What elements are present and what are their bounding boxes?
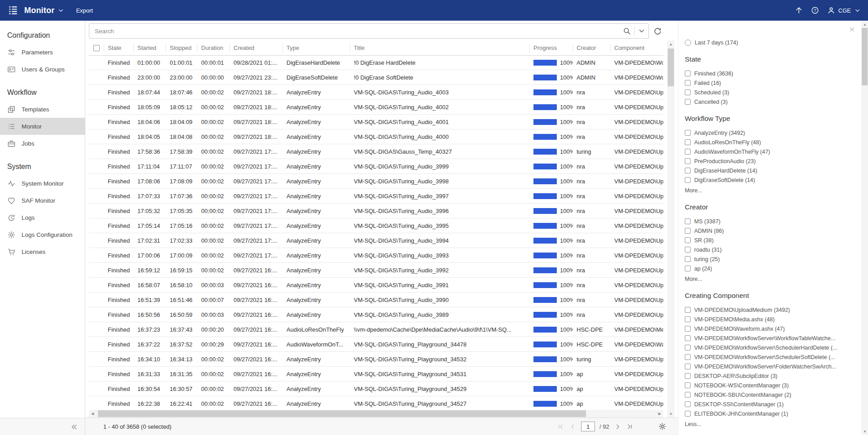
scroll-left-icon[interactable]: ◀	[89, 410, 96, 417]
sidebar-item-system-monitor[interactable]: System Monitor	[0, 175, 85, 192]
table-row[interactable]: Finished 01:00:00 01:00:01 00:00:01 09/2…	[89, 55, 663, 70]
table-row[interactable]: Finished 17:58:36 17:58:39 00:00:02 09/2…	[89, 144, 663, 159]
search-icon[interactable]	[623, 27, 631, 35]
scroll-down-icon[interactable]: ▼	[861, 428, 868, 435]
filter-option[interactable]: NOTEBOOK-WS\ContentManager (3)	[685, 381, 850, 390]
filter-option[interactable]: DigEraseSoftDelete (14)	[685, 175, 850, 185]
table-row[interactable]: Finished 17:11:04 17:11:07 00:00:02 09/2…	[89, 159, 663, 174]
table-row[interactable]: Finished 16:59:12 16:59:15 00:00:02 09/2…	[89, 263, 663, 278]
refresh-icon[interactable]	[653, 27, 662, 36]
filter-more-link[interactable]: More...	[685, 274, 850, 284]
table-row[interactable]: Finished 16:37:23 16:37:43 00:00:20 09/2…	[89, 322, 663, 337]
filter-option[interactable]: turing (25)	[685, 254, 850, 264]
filter-option[interactable]: VM-DPEDEMO\WorkflowServer\WorkflowTableW…	[685, 333, 850, 343]
sidebar-item-templates[interactable]: Templates	[0, 101, 85, 118]
table-row[interactable]: Finished 18:05:09 18:05:12 00:00:02 09/2…	[89, 100, 663, 115]
table-horizontal-scrollbar[interactable]: ◀ ▶	[89, 410, 663, 417]
column-header-title[interactable]: Title	[350, 44, 530, 52]
table-row[interactable]: Finished 18:04:05 18:04:08 00:00:02 09/2…	[89, 129, 663, 144]
scroll-up-icon[interactable]: ▲	[861, 21, 868, 28]
sidebar-item-logs-configuration[interactable]: Logs Configuration	[0, 226, 85, 243]
table-row[interactable]: Finished 17:02:31 17:02:33 00:00:02 09/2…	[89, 233, 663, 248]
column-header-started[interactable]: Started	[134, 44, 166, 52]
table-row[interactable]: Finished 17:00:06 17:00:09 00:00:02 09/2…	[89, 248, 663, 263]
table-row[interactable]: Finished 16:51:39 16:51:46 00:00:07 09/2…	[89, 293, 663, 307]
table-vertical-scrollbar[interactable]: ▲ ▼	[667, 40, 674, 417]
filter-scroll-thumb[interactable]	[862, 28, 868, 85]
table-row[interactable]: Finished 17:05:14 17:05:16 00:00:02 09/2…	[89, 218, 663, 233]
filter-option[interactable]: VM-DPEDEMO\WorkflowServer\SchedulerSoftD…	[685, 352, 850, 362]
last-page-icon[interactable]	[626, 423, 634, 431]
column-header-type[interactable]: Type	[283, 44, 350, 52]
table-row[interactable]: Finished 16:58:07 16:58:10 00:00:03 09/2…	[89, 278, 663, 293]
sidebar-item-users-groups[interactable]: Users & Groups	[0, 61, 85, 78]
vertical-scroll-thumb[interactable]	[668, 49, 674, 86]
sidebar-item-licenses[interactable]: Licenses	[0, 243, 85, 260]
page-input[interactable]	[581, 422, 595, 431]
filter-option[interactable]: AudioLoResOnTheFly (48)	[685, 138, 850, 147]
table-row[interactable]: Finished 18:07:44 18:07:46 00:00:02 09/2…	[89, 85, 663, 100]
filter-more-link[interactable]: More...	[685, 186, 850, 195]
filter-option[interactable]: MS (3387)	[685, 217, 850, 226]
export-menu-item[interactable]: Export	[76, 7, 93, 14]
first-page-icon[interactable]	[557, 423, 564, 431]
filter-option[interactable]: Cancelled (3)	[685, 97, 850, 107]
filter-option[interactable]: PreProductionAudio (23)	[685, 156, 850, 166]
filter-option[interactable]: ELITEBOOK-JHI\ContentManager (1)	[685, 409, 850, 418]
filter-option[interactable]: VM-DPEDEMO\Media.ashx (48)	[685, 315, 850, 324]
table-row[interactable]: Finished 16:34:10 16:34:13 00:00:02 09/2…	[89, 352, 663, 367]
filter-option[interactable]: DESKTOP-AER\SubclipEditor (3)	[685, 371, 850, 381]
filter-option[interactable]: AnalyzeEntry (3492)	[685, 128, 850, 138]
column-header-component[interactable]: Component	[611, 44, 663, 52]
filter-option[interactable]: DESKTOP-SSI\ContentManager (1)	[685, 399, 850, 409]
filter-option[interactable]: roadtu (31)	[685, 245, 850, 254]
column-header-created[interactable]: Created	[230, 44, 283, 52]
filter-option[interactable]: ap (24)	[685, 264, 850, 273]
sidebar-item-parameters[interactable]: Parameters	[0, 44, 85, 61]
scroll-right-icon[interactable]: ▶	[656, 410, 663, 417]
previous-page-icon[interactable]	[569, 423, 577, 431]
sidebar-item-saf-monitor[interactable]: SAF Monitor	[0, 192, 85, 209]
filter-option[interactable]: Failed (16)	[685, 78, 850, 88]
scroll-down-icon[interactable]: ▼	[667, 410, 674, 417]
filter-option[interactable]: VM-DPEDEMO\UploadMedium (3492)	[685, 305, 850, 315]
filter-option-last-7-days[interactable]: Last 7 days (174)	[685, 38, 850, 47]
table-row[interactable]: Finished 16:22:38 16:22:41 00:00:02 09/2…	[89, 396, 663, 410]
select-all-checkbox[interactable]	[93, 45, 100, 51]
sidebar-item-logs[interactable]: Logs	[0, 209, 85, 226]
filter-option[interactable]: VM-DPEDEMO\WorkflowServer\FolderWatcherS…	[685, 362, 850, 371]
user-menu[interactable]: CGE	[827, 6, 861, 14]
table-row[interactable]: Finished 17:05:32 17:05:35 00:00:02 09/2…	[89, 204, 663, 218]
filter-less-link[interactable]: Less...	[685, 419, 850, 429]
scroll-up-icon[interactable]: ▲	[667, 40, 674, 48]
filter-option[interactable]: NOTEBOOK-SBU\ContentManager (2)	[685, 390, 850, 399]
column-header-duration[interactable]: Duration	[198, 44, 230, 52]
settings-gear-icon[interactable]	[658, 422, 666, 431]
filter-option[interactable]: DigEraseHardDelete (14)	[685, 166, 850, 175]
filter-option[interactable]: Scheduled (3)	[685, 88, 850, 97]
table-row[interactable]: Finished 16:30:54 16:30:57 00:00:02 09/2…	[89, 382, 663, 396]
filter-panel-scrollbar[interactable]: ▲ ▼	[861, 21, 868, 435]
horizontal-scroll-thumb[interactable]	[98, 410, 586, 417]
table-row[interactable]: Finished 17:08:06 17:08:09 00:00:02 09/2…	[89, 174, 663, 189]
filter-option[interactable]: VM-DPEDEMO\WorkflowServer\SchedulerHardD…	[685, 343, 850, 352]
arrow-up-icon[interactable]	[795, 6, 803, 14]
collapse-sidebar-icon[interactable]	[70, 422, 79, 431]
table-row[interactable]: Finished 16:50:56 16:50:59 00:00:03 09/2…	[89, 307, 663, 322]
app-title-menu[interactable]: Monitor	[24, 6, 64, 15]
sidebar-item-monitor[interactable]: Monitor	[0, 118, 85, 135]
table-row[interactable]: Finished 16:31:33 16:31:35 00:00:02 09/2…	[89, 367, 663, 382]
sidebar-item-jobs[interactable]: Jobs	[0, 135, 85, 152]
column-header-state[interactable]: State	[104, 44, 134, 52]
filter-option[interactable]: SR (38)	[685, 235, 850, 245]
next-page-icon[interactable]	[614, 423, 621, 431]
help-icon[interactable]	[811, 6, 819, 14]
search-options-chevron-icon[interactable]	[638, 27, 646, 35]
search-input[interactable]	[94, 27, 623, 35]
filter-option[interactable]: AudioWaveformOnTheFly (47)	[685, 147, 850, 156]
filter-option[interactable]: Finished (3636)	[685, 69, 850, 78]
column-header-stopped[interactable]: Stopped	[166, 44, 198, 52]
table-row[interactable]: Finished 16:37:22 16:37:52 00:00:29 09/2…	[89, 337, 663, 352]
column-header-progress[interactable]: Progress	[530, 44, 573, 52]
filter-option[interactable]: ADMIN (86)	[685, 226, 850, 235]
